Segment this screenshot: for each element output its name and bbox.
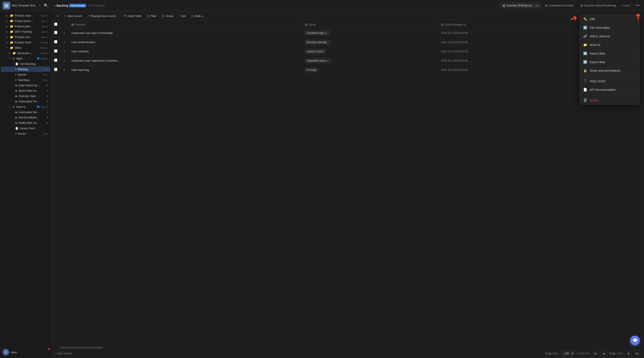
sidebar-item-add-backlog[interactable]: 📋Add Backlog <box>1 61 50 66</box>
sidebar-item-label: Product road... <box>14 14 40 17</box>
menu-item-help-center[interactable]: ❓Help Center <box>580 77 640 85</box>
folder-icon: ⊞ <box>12 57 15 60</box>
sidebar-item-label: Remind Memb... <box>18 116 45 119</box>
menu-item-edit[interactable]: ✏️Edit <box>580 15 640 23</box>
tab-more-icon[interactable]: ••• <box>536 4 539 7</box>
sidebar-toggle-button[interactable]: ≡ <box>55 13 60 19</box>
col-function[interactable]: ▦ Function <box>69 21 302 28</box>
last-page-button[interactable]: ▶| <box>634 350 640 356</box>
menu-item-delete[interactable]: 🗑️Delete <box>580 96 640 104</box>
folder-icon: ◆ <box>15 84 17 87</box>
row-checkbox-4[interactable] <box>54 68 57 71</box>
col-checkbox <box>52 21 60 28</box>
sprint-badge: Develop new feat... <box>305 40 331 45</box>
col-num <box>60 21 69 28</box>
expand-arrow: ▶ <box>6 36 8 38</box>
footer-new-record-button[interactable]: + New record <box>55 352 72 355</box>
table-row: 5 Data reporting Fix bugs 2025-01-30T16:… <box>52 65 644 74</box>
menu-item-export-data[interactable]: ⬆️Export data› <box>580 58 640 66</box>
row-checkbox-3[interactable] <box>54 59 57 62</box>
menu-item-share-permissions[interactable]: 🔒Share and permissions <box>580 66 640 75</box>
table-header-row: ▦ Function ▤ Sprint ⋮⋮ <box>52 21 644 28</box>
row-sprint-release-cell: 2025-01-23T16:00:00.... <box>438 56 592 65</box>
app-logo[interactable]: 🏢 <box>2 2 10 9</box>
menu-item-label: Add to shortcut <box>590 34 610 38</box>
table-row: 1 Implement user login functionality Com… <box>52 28 644 37</box>
filter-button[interactable]: ⊟ Filter <box>144 13 159 19</box>
content-area: ≡ ＋ New record ↗ Request new record 👁 Hi… <box>52 11 644 358</box>
col-sprint-release[interactable]: ▤ Sprint Release D... <box>438 21 592 28</box>
sidebar-item-okr-tracking[interactable]: ▶📁OKR Tracking2piece <box>1 29 50 34</box>
row-function-cell[interactable]: User interface <box>69 47 302 56</box>
item-badge: 🔵 <box>37 105 40 108</box>
sidebar-item-remind-memb[interactable]: ◆Remind Memb... <box>1 115 50 120</box>
search-button[interactable]: 🔍 <box>43 2 49 8</box>
views-count[interactable]: 4 views <box>620 3 632 8</box>
menu-item-add-shortcut[interactable]: 🔗Add to shortcut <box>580 32 640 40</box>
views-tabs: ⊞ Function (Priority So... ••• ⊞ Complet… <box>500 2 632 8</box>
sidebar-item-automated-we[interactable]: ◆Automated We... <box>1 109 50 115</box>
sidebar-item-automated-for[interactable]: ◆Automated For... <box>1 99 50 104</box>
menu-item-file-info[interactable]: ℹ️File information <box>580 23 640 32</box>
group-button[interactable]: ⊞ Group <box>160 13 175 19</box>
page-size-select[interactable]: 100 50 25 <box>562 351 574 356</box>
row-function-cell[interactable]: User authentication <box>69 37 302 47</box>
row-checkbox-1[interactable] <box>54 40 57 43</box>
sidebar-item-issues[interactable]: #Issues5row <box>1 131 50 136</box>
row-num-cell: 2 <box>60 37 69 47</box>
menu-item-label: Import data <box>590 52 605 55</box>
sort-button[interactable]: ↕ Sort <box>176 13 188 19</box>
tab-function-reviewing[interactable]: ⊞ Function Need Reviewing <box>578 2 619 8</box>
row-function-cell[interactable]: Implement user login functionality <box>69 28 302 37</box>
menu-item-import-data[interactable]: ⬇️Import data› <box>580 49 640 58</box>
col-sprint[interactable]: ▤ Sprint ⋮⋮ <box>302 21 438 28</box>
chat-fab-button[interactable]: 💬 <box>630 336 640 345</box>
folder-icon: 📁 <box>10 35 13 39</box>
app-logo-icon: 🏢 <box>4 3 9 8</box>
first-page-button[interactable]: |◀ <box>592 350 598 356</box>
status-dot <box>46 122 48 124</box>
sidebar-item-issues-form[interactable]: 📋Issues Form <box>1 126 50 131</box>
menu-item-api-doc[interactable]: 📄API Documentation <box>580 85 640 94</box>
sidebar-item-sprints[interactable]: #Sprints5row <box>1 72 50 77</box>
menu-item-move-to[interactable]: 📁Move to <box>580 40 640 49</box>
hash-icon: # <box>15 73 16 76</box>
select-all-checkbox[interactable] <box>54 22 57 26</box>
request-new-record-button[interactable]: ↗ Request new record <box>85 13 118 19</box>
sidebar-item-daily-standup[interactable]: ◆Daily Stand-Up... <box>1 83 50 88</box>
sidebar-item-standups[interactable]: #Standups5row <box>1 77 50 83</box>
next-page-button[interactable]: ▶ <box>626 350 632 356</box>
top-bar-more-button[interactable]: ••• <box>634 2 642 8</box>
app-name: Bika Template Buil... <box>12 4 38 7</box>
sidebar-item-notify-rnd[interactable]: ◆Notify R&D Su... <box>1 120 50 126</box>
tab-completed-function[interactable]: ⊞ Completed Function <box>542 2 577 8</box>
new-record-button[interactable]: ＋ New record <box>61 13 84 19</box>
sidebar-item-sprint-start[interactable]: ◆Sprint Start an... <box>1 88 50 93</box>
scroll-thumb[interactable] <box>60 347 103 348</box>
sidebar-item-label: Product Lau... <box>14 35 40 39</box>
sidebar-item-other[interactable]: ▼📁Other88piece <box>1 45 50 50</box>
sidebar-item-product-strat[interactable]: ▶📁Product Strat...2piece <box>1 40 50 45</box>
horizontal-scrollbar[interactable] <box>52 347 644 348</box>
hide-fields-button[interactable]: 👁 Hide Fields <box>121 13 144 19</box>
item-badge: 🔵 <box>37 57 40 60</box>
tab-function-priority[interactable]: ⊞ Function (Priority So... ••• <box>500 2 542 8</box>
row-checkbox-0[interactable] <box>54 31 57 34</box>
sidebar-item-issue-tr[interactable]: ▼⊞Issue tr...🔵5piece <box>1 104 50 109</box>
bulk-update-button[interactable]: ⊟ Bulk u... <box>189 13 207 19</box>
prev-page-button[interactable]: ◀ <box>600 350 606 356</box>
row-function-cell[interactable]: Implement user registration functiona... <box>69 56 302 65</box>
data-table-container: ▦ Function ▤ Sprint ⋮⋮ <box>52 21 644 347</box>
sidebar-item-generate[interactable]: ▶📁Generate 1...4piece <box>1 50 50 56</box>
sort-label: Sort <box>181 14 186 17</box>
sidebar-item-product-road[interactable]: ▶📁Product road...2piece <box>1 13 50 18</box>
sidebar-item-product-plan[interactable]: ▶📁Product plan...7piece <box>1 24 50 29</box>
sidebar-item-product-lau[interactable]: ▶📁Product Lau...2piece <box>1 34 50 40</box>
sidebar-item-overdue-task[interactable]: ◆Overdue Task ... <box>1 93 50 99</box>
sidebar-item-backlog[interactable]: #Backlog5row <box>1 66 50 72</box>
sidebar: ▶📁Product road...2piece▶📁Project plann..… <box>0 11 52 358</box>
row-function-cell[interactable]: Data reporting <box>69 65 302 74</box>
sidebar-item-project-plann[interactable]: ▶📁Project plann...2piece <box>1 18 50 24</box>
row-checkbox-2[interactable] <box>54 49 57 52</box>
sidebar-item-agile[interactable]: ▼⊞Agile ...🔵8piece <box>1 56 50 61</box>
